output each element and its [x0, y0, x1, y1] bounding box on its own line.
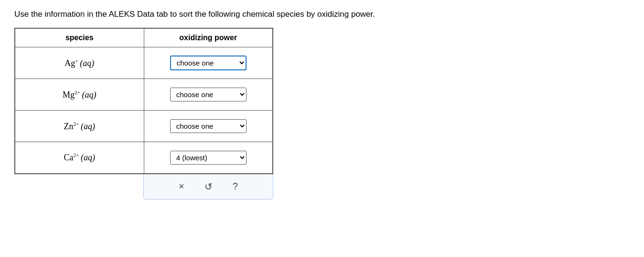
species-cell-0: Ag+ (aq) [15, 47, 144, 79]
col-power-header: oxidizing power [144, 28, 273, 47]
species-label-1: Mg2+ (aq) [63, 89, 96, 100]
species-table: species oxidizing power Ag+ (aq)choose o… [14, 28, 273, 174]
species-label-2: Zn2+ (aq) [64, 121, 95, 132]
table-row: Ca2+ (aq)choose one1 (highest)234 (lowes… [15, 142, 273, 174]
action-bar: × ↺ ? [143, 174, 273, 200]
instruction-text: Use the information in the ALEKS Data ta… [14, 10, 630, 19]
power-dropdown-2[interactable]: choose one1 (highest)234 (lowest) [170, 119, 247, 133]
power-dropdown-3[interactable]: choose one1 (highest)234 (lowest) [170, 151, 247, 165]
power-cell-1: choose one1 (highest)234 (lowest) [144, 79, 273, 111]
power-cell-3: choose one1 (highest)234 (lowest) [144, 142, 273, 174]
power-dropdown-1[interactable]: choose one1 (highest)234 (lowest) [170, 88, 247, 101]
species-label-3: Ca2+ (aq) [64, 152, 95, 163]
close-button[interactable]: × [176, 180, 187, 193]
table-row: Ag+ (aq)choose one1 (highest)234 (lowest… [15, 47, 273, 79]
undo-button[interactable]: ↺ [202, 180, 215, 193]
table-row: Zn2+ (aq)choose one1 (highest)234 (lowes… [15, 111, 273, 142]
species-label-0: Ag+ (aq) [64, 58, 94, 68]
table-row: Mg2+ (aq)choose one1 (highest)234 (lowes… [15, 79, 273, 111]
table-wrapper: species oxidizing power Ag+ (aq)choose o… [14, 28, 273, 200]
power-cell-0: choose one1 (highest)234 (lowest) [144, 47, 273, 79]
col-species-header: species [15, 28, 144, 47]
help-button[interactable]: ? [230, 180, 241, 193]
species-cell-3: Ca2+ (aq) [15, 142, 144, 174]
power-dropdown-0[interactable]: choose one1 (highest)234 (lowest) [170, 56, 247, 70]
power-cell-2: choose one1 (highest)234 (lowest) [144, 111, 273, 142]
species-cell-1: Mg2+ (aq) [15, 79, 144, 111]
species-cell-2: Zn2+ (aq) [15, 111, 144, 142]
